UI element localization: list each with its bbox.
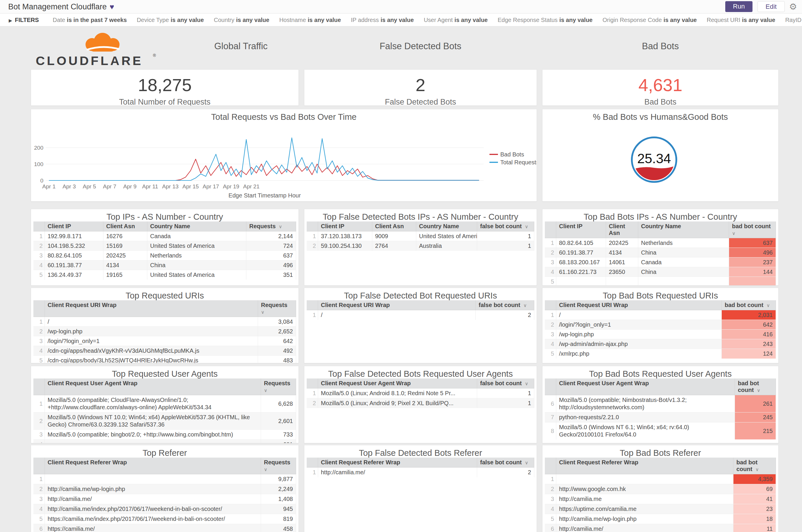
- column-header[interactable]: Country Name: [638, 222, 729, 238]
- table-cell: 4134: [103, 261, 147, 270]
- column-header[interactable]: Client Request Referer Wrap: [44, 458, 261, 474]
- column-header[interactable]: Client Request URI Wrap: [44, 300, 258, 317]
- table-cell: [556, 277, 606, 286]
- kpi-false-bots-label: False Detected Bots: [304, 98, 537, 106]
- column-header[interactable]: Country Name: [416, 222, 477, 231]
- value-cell: 637: [729, 238, 776, 248]
- value-cell: 642: [722, 320, 776, 329]
- column-header[interactable]: Client Request User Agent Wrap: [556, 379, 735, 395]
- column-header[interactable]: Client IP: [318, 222, 372, 231]
- tile-false-ips: Top False Detected Bots IPs - AS Number …: [304, 209, 537, 286]
- top-ips-table: Client IPClient AsnCountry NameRequests …: [31, 222, 299, 280]
- section-title-global: Global Traffic: [183, 41, 299, 56]
- table-cell: http://www.google.com.hk: [556, 484, 733, 494]
- edit-button[interactable]: Edit: [758, 1, 785, 12]
- filter-condition: is any value: [664, 17, 696, 23]
- table-row: 380.82.64.105202425Netherlands637: [33, 251, 296, 261]
- column-header[interactable]: Client IP: [556, 222, 606, 238]
- sorted-column-header[interactable]: false bot count ∨: [477, 379, 534, 388]
- value-cell: 945: [261, 504, 296, 514]
- filter-chip[interactable]: Countryis any value: [214, 17, 269, 23]
- column-header[interactable]: Client Request Referer Wrap: [556, 458, 733, 474]
- top-bar: Bot Management Cloudflare♥ Run Edit ⚙: [0, 0, 802, 14]
- false-user-agents-table: Client Request User Agent Wrapfalse bot …: [304, 379, 537, 408]
- svg-text:Apr 1: Apr 1: [42, 184, 55, 190]
- section-title-false: False Detected Bots: [304, 41, 537, 56]
- sorted-column-header[interactable]: bad bot count ∨: [733, 458, 776, 474]
- top-uris-table: Client Request URI WrapRequests ∨1/3,084…: [31, 300, 299, 363]
- filter-chip[interactable]: Edge Response Statusis any value: [498, 17, 593, 23]
- column-header[interactable]: Client Request Referer Wrap: [318, 458, 477, 468]
- sorted-column-header[interactable]: bad bot count ∨: [722, 300, 776, 310]
- filter-chip[interactable]: Device Typeis any value: [137, 17, 204, 23]
- column-header[interactable]: Client Request URI Wrap: [318, 300, 476, 310]
- column-header[interactable]: Client IP: [44, 222, 103, 231]
- heart-icon: ♥: [110, 2, 114, 11]
- column-header[interactable]: Client Request URI Wrap: [556, 300, 722, 310]
- column-header[interactable]: Country Name: [147, 222, 246, 231]
- index-column-header: [545, 458, 556, 474]
- table-cell: United States of America: [147, 270, 246, 280]
- timeseries-chart[interactable]: 0100200Apr 1Apr 3Apr 5Apr 7Apr 9Apr 11Ap…: [31, 122, 537, 201]
- sorted-column-header[interactable]: Requests ∨: [258, 300, 296, 317]
- svg-text:100: 100: [34, 161, 43, 167]
- table-cell: 60.191.38.77: [44, 261, 103, 270]
- sorted-column-header[interactable]: Requests ∨: [261, 379, 296, 395]
- sorted-column-header[interactable]: false bot count ∨: [477, 222, 534, 231]
- kpi-total-requests-label: Total Number of Requests: [31, 98, 299, 106]
- value-cell: 496: [246, 261, 296, 270]
- table-cell: /: [44, 317, 258, 327]
- filters-toggle[interactable]: ▶FILTERS: [9, 17, 39, 23]
- sorted-column-header[interactable]: false bot count ∨: [477, 458, 534, 468]
- column-header[interactable]: Client Request User Agent Wrap: [44, 379, 261, 395]
- svg-text:Apr 21: Apr 21: [243, 184, 260, 190]
- svg-text:Apr 19: Apr 19: [223, 184, 239, 190]
- filter-list: Dateis in the past 7 weeksDevice Typeis …: [48, 18, 802, 23]
- table-row: 5/xmlrpc.php124: [545, 349, 776, 359]
- value-cell: 144: [729, 267, 776, 277]
- filter-bar: ▶FILTERS Dateis in the past 7 weeksDevic…: [0, 14, 802, 26]
- sorted-column-header[interactable]: Requests ∨: [261, 458, 296, 474]
- sorted-column-header[interactable]: Requests ∨: [246, 222, 296, 231]
- row-index: 7: [545, 413, 556, 422]
- column-header[interactable]: Client Asn: [103, 222, 147, 231]
- row-index: 3: [33, 251, 44, 261]
- sorted-column-header[interactable]: false bot count ∨: [476, 300, 534, 310]
- filter-chip[interactable]: User Agentis any value: [424, 17, 488, 23]
- gauge-tile: % Bad Bots vs Humans&Good Bots 25.34: [542, 109, 779, 202]
- table-cell: China: [638, 248, 729, 258]
- sort-desc-icon: ∨: [264, 467, 267, 472]
- sorted-column-header[interactable]: bad bot count ∨: [729, 222, 776, 238]
- filter-chip[interactable]: Dateis in the past 7 weeks: [53, 17, 127, 23]
- table-cell: Mozilla/5.0 (Windows NT 6.1; Win64; x64;…: [556, 422, 735, 440]
- filter-condition: is any value: [455, 17, 488, 23]
- row-index: 2: [33, 413, 44, 430]
- filter-chip[interactable]: Hostnameis any value: [279, 17, 341, 23]
- table-cell: https://camilia.me/: [44, 524, 261, 532]
- svg-text:Apr 13: Apr 13: [162, 184, 179, 190]
- table-row: 1/2,031: [545, 310, 776, 320]
- row-index: 5: [33, 270, 44, 280]
- table-cell: /cdn-cgi/apps/body/3Lh52SjWTQ4HRlErJykHq…: [44, 356, 258, 364]
- run-button[interactable]: Run: [725, 1, 752, 12]
- filter-chip[interactable]: Origin Response Codeis any value: [603, 17, 697, 23]
- index-column-header: [545, 379, 556, 395]
- column-header[interactable]: Client Request User Agent Wrap: [318, 379, 477, 388]
- column-header[interactable]: Client Asn: [606, 222, 638, 238]
- filter-field: Device Type: [137, 17, 169, 23]
- filter-chip[interactable]: IP addressis any value: [351, 17, 414, 23]
- table-cell: 15169: [103, 241, 147, 251]
- filter-chip[interactable]: RayIDis any value: [785, 17, 802, 23]
- table-cell: /wp-login.php: [556, 329, 722, 339]
- table-cell: 4134: [606, 248, 638, 258]
- sorted-column-header[interactable]: bad bot count ∨: [735, 379, 776, 395]
- filter-chip[interactable]: Request URIis any value: [707, 17, 775, 23]
- false-ips-table: Client IPClient AsnCountry Namefalse bot…: [304, 222, 537, 251]
- row-index: 4: [33, 440, 44, 443]
- gear-icon[interactable]: ⚙: [789, 1, 797, 12]
- kpi-false-bots-value: 2: [304, 75, 537, 95]
- table-row: 6https://camilia.me/458: [33, 524, 296, 532]
- column-header[interactable]: Client Asn: [372, 222, 416, 231]
- table-cell: http://camilia.me: [556, 494, 733, 504]
- bad-bots-gauge: 25.34: [542, 122, 778, 201]
